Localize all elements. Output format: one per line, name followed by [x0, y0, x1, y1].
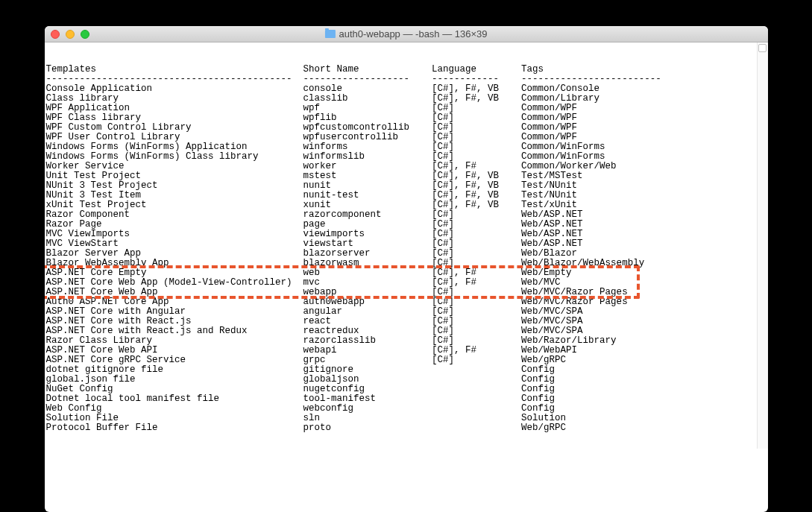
- terminal-output: Templates Short Name Language Tags------…: [46, 65, 764, 433]
- traffic-lights: [51, 30, 89, 39]
- terminal-line: Protocol Buffer File proto Web/gRPC: [46, 423, 764, 433]
- title-text: auth0-webapp — -bash — 136×39: [339, 28, 487, 39]
- folder-icon: [324, 30, 335, 38]
- minimize-button[interactable]: [66, 30, 75, 39]
- window-title: auth0-webapp — -bash — 136×39: [324, 28, 487, 39]
- scroll-indicator: [758, 44, 767, 52]
- titlebar[interactable]: auth0-webapp — -bash — 136×39: [45, 26, 768, 42]
- terminal-body[interactable]: Templates Short Name Language Tags------…: [45, 42, 768, 449]
- close-button[interactable]: [51, 30, 60, 39]
- maximize-button[interactable]: [81, 30, 89, 39]
- scrollbar[interactable]: [757, 42, 768, 449]
- terminal-window: auth0-webapp — -bash — 136×39 Templates …: [45, 26, 768, 512]
